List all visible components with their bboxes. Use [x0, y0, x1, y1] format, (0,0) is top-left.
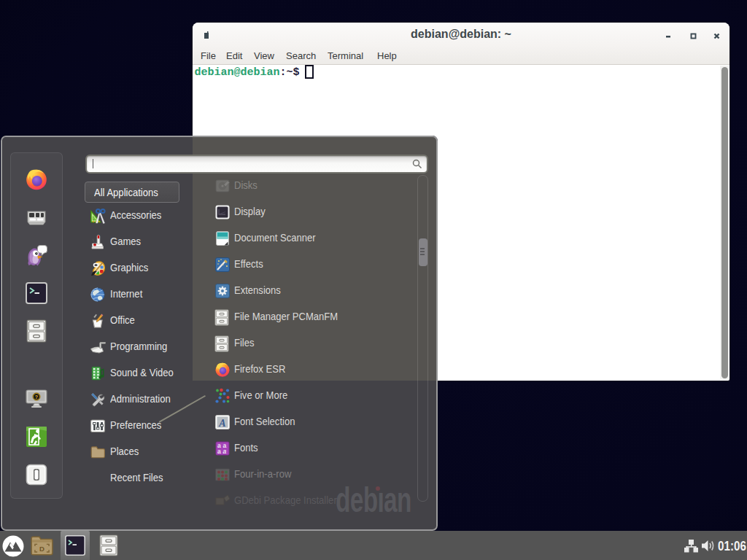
svg-text:a: a	[217, 448, 221, 455]
svg-text:A: A	[218, 418, 225, 429]
svg-text:a: a	[223, 448, 227, 455]
svg-text:?: ?	[35, 394, 38, 400]
svg-text:a: a	[217, 442, 221, 449]
svg-text:D: D	[39, 545, 44, 553]
svg-text:a: a	[223, 442, 227, 449]
